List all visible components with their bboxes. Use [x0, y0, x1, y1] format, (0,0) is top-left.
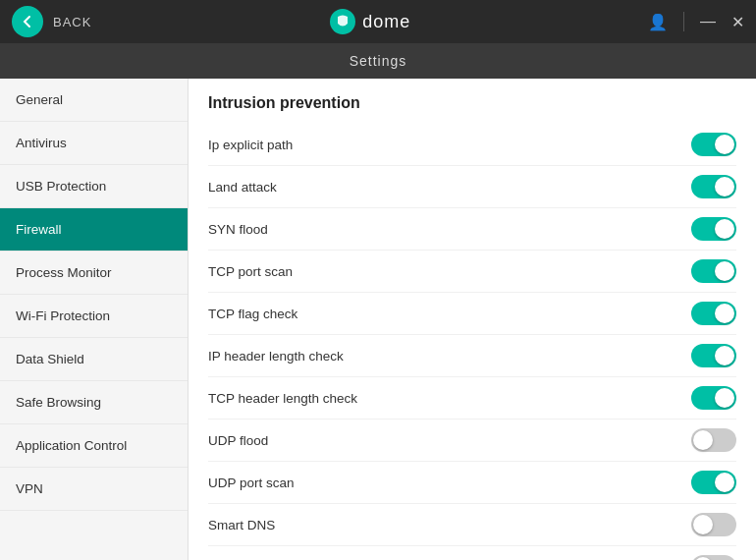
- toggle-knob-smart-dns: [693, 515, 713, 534]
- logo-text: dome: [362, 12, 410, 32]
- toggle-ip-header-length-check[interactable]: [691, 344, 736, 367]
- setting-label-udp-port-scan: UDP port scan: [208, 476, 295, 490]
- sidebar-item-process-monitor[interactable]: Process Monitor: [0, 252, 188, 295]
- back-button[interactable]: [12, 6, 43, 37]
- setting-label-tcp-flag-check: TCP flag check: [208, 307, 297, 321]
- setting-row-tcp-header-length-check: TCP header length check: [208, 377, 736, 420]
- tb-separator: [683, 12, 684, 31]
- setting-label-syn-flood: SYN flood: [208, 222, 268, 237]
- toggle-knob-ip-explicit-path: [715, 135, 734, 154]
- toggle-udp-port-scan[interactable]: [691, 471, 736, 494]
- toggle-udp-flood[interactable]: [691, 428, 736, 452]
- sidebar-item-firewall[interactable]: Firewall: [0, 208, 188, 252]
- toggle-knob-udp-port-scan: [715, 473, 734, 492]
- sidebar-item-general[interactable]: General: [0, 79, 188, 122]
- toggle-syn-flood[interactable]: [691, 217, 736, 241]
- sidebar-item-application-control[interactable]: Application Control: [0, 424, 188, 468]
- toggle-tcp-flag-check[interactable]: [691, 302, 736, 325]
- toggle-knob-tcp-port-scan: [715, 261, 734, 281]
- setting-row-smart-dns: Smart DNS: [208, 504, 736, 546]
- user-icon[interactable]: 👤: [648, 13, 668, 31]
- back-label: BACK: [53, 15, 91, 29]
- main-content: GeneralAntivirusUSB ProtectionFirewallPr…: [0, 79, 756, 560]
- toggle-tcp-port-scan[interactable]: [691, 259, 736, 283]
- sidebar-item-data-shield[interactable]: Data Shield: [0, 338, 188, 381]
- content-panel: Intrusion prevention Ip explicit pathLan…: [189, 79, 756, 560]
- toggle-tcp-header-length-check[interactable]: [691, 386, 736, 410]
- setting-row-udp-port-scan: UDP port scan: [208, 462, 736, 504]
- setting-label-tcp-header-length-check: TCP header length check: [208, 391, 357, 406]
- settings-header: Settings: [0, 43, 756, 79]
- setting-label-ip-header-length-check: IP header length check: [208, 349, 344, 364]
- title-bar: BACK dome 👤 — ✕: [0, 0, 756, 43]
- title-bar-left: BACK: [12, 6, 91, 37]
- close-button[interactable]: ✕: [731, 13, 744, 31]
- toggle-smart-dns[interactable]: [691, 513, 736, 536]
- toggle-knob-tcp-header-length-check: [715, 388, 734, 408]
- toggle-knob-syn-flood: [715, 219, 734, 239]
- sidebar-item-wifi-protection[interactable]: Wi-Fi Protection: [0, 295, 188, 338]
- sidebar-item-usb-protection[interactable]: USB Protection: [0, 165, 188, 208]
- setting-label-ip-explicit-path: Ip explicit path: [208, 138, 293, 152]
- toggle-knob-tcp-flag-check: [715, 304, 734, 323]
- title-bar-right: 👤 — ✕: [648, 12, 744, 31]
- setting-label-udp-flood: UDP flood: [208, 433, 268, 448]
- minimize-button[interactable]: —: [700, 13, 716, 30]
- sidebar-item-vpn[interactable]: VPN: [0, 468, 188, 511]
- toggle-knob-land-attack: [715, 177, 734, 196]
- toggle-smart-dhcp[interactable]: [691, 555, 736, 560]
- toggle-knob-ip-header-length-check: [715, 346, 734, 365]
- setting-row-syn-flood: SYN flood: [208, 208, 736, 251]
- section-title: Intrusion prevention: [208, 94, 736, 112]
- settings-list: Ip explicit pathLand attackSYN floodTCP …: [208, 124, 736, 560]
- toggle-ip-explicit-path[interactable]: [691, 133, 736, 156]
- sidebar: GeneralAntivirusUSB ProtectionFirewallPr…: [0, 79, 189, 560]
- setting-row-ip-explicit-path: Ip explicit path: [208, 124, 736, 166]
- setting-row-ip-header-length-check: IP header length check: [208, 335, 736, 377]
- setting-label-land-attack: Land attack: [208, 180, 277, 195]
- setting-row-land-attack: Land attack: [208, 166, 736, 208]
- setting-label-smart-dns: Smart DNS: [208, 518, 275, 532]
- setting-row-smart-dhcp: Smart DHCP: [208, 546, 736, 560]
- settings-title: Settings: [350, 53, 407, 69]
- setting-row-tcp-port-scan: TCP port scan: [208, 251, 736, 293]
- toggle-knob-udp-flood: [693, 430, 713, 450]
- setting-label-tcp-port-scan: TCP port scan: [208, 264, 293, 279]
- sidebar-item-antivirus[interactable]: Antivirus: [0, 122, 188, 165]
- toggle-land-attack[interactable]: [691, 175, 736, 198]
- setting-row-udp-flood: UDP flood: [208, 420, 736, 462]
- sidebar-item-safe-browsing[interactable]: Safe Browsing: [0, 381, 188, 424]
- logo-area: dome: [329, 8, 410, 35]
- setting-row-tcp-flag-check: TCP flag check: [208, 293, 736, 335]
- logo-icon: [329, 8, 356, 35]
